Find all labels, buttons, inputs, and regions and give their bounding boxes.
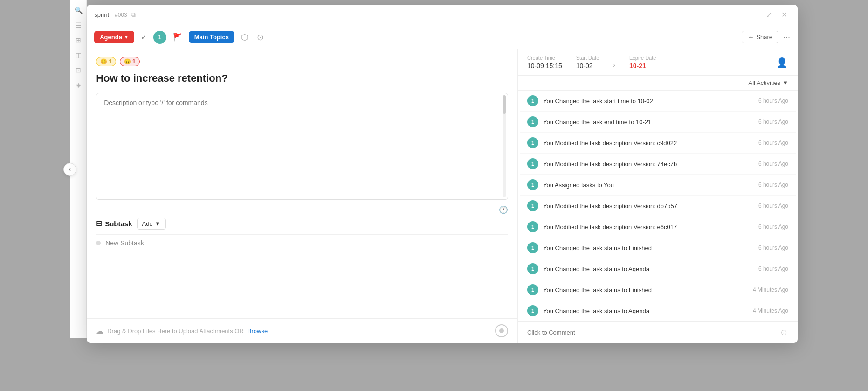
activity-text: You Changed the task status to Agenda (543, 307, 748, 314)
share-label: Share (756, 34, 772, 41)
right-footer: ☺ (518, 321, 798, 343)
main-topics-button[interactable]: Main Topics (189, 31, 234, 43)
activity-item: 1You Modified the task description Versi… (520, 133, 796, 154)
activity-time: 6 hours Ago (758, 161, 788, 167)
activity-text: You Modified the task description Versio… (543, 161, 754, 168)
subtask-dot (96, 241, 101, 245)
activity-text: You Modified the task description Versio… (543, 223, 754, 230)
assign-user-button[interactable]: 👤 (775, 56, 788, 69)
activity-avatar: 1 (527, 221, 538, 232)
activity-time: 6 hours Ago (758, 202, 788, 209)
activity-text: You Changed the task start time to 10-02 (543, 98, 754, 105)
circle-check-icon[interactable]: ⊙ (255, 30, 266, 44)
subtask-label: ⊟ Subtask (96, 219, 132, 228)
activity-avatar: 1 (527, 242, 538, 253)
browse-link[interactable]: Browse (248, 328, 268, 335)
description-scrollbar-thumb (503, 95, 506, 114)
badge-red: 😠 1 (120, 57, 140, 66)
activity-time: 6 hours Ago (758, 244, 788, 251)
start-date-label: Start Date (576, 55, 599, 61)
description-area[interactable] (96, 93, 508, 200)
clock-icon[interactable]: 🕐 (499, 205, 508, 214)
side-nav-item-4[interactable]: ⊡ (72, 63, 85, 77)
record-button[interactable] (495, 324, 508, 337)
main-content: 😊 1 😠 1 How to increase retention? (87, 49, 798, 343)
activity-avatar: 1 (527, 263, 538, 274)
activity-time: 6 hours Ago (758, 265, 788, 272)
expand-button[interactable]: ⤢ (763, 8, 775, 21)
upload-icon: ☁ (96, 327, 103, 335)
description-input[interactable] (104, 99, 500, 192)
badge-row: 😊 1 😠 1 (96, 57, 508, 66)
left-panel: 😊 1 😠 1 How to increase retention? (87, 49, 518, 343)
activity-avatar: 1 (527, 116, 538, 127)
agenda-button[interactable]: Agenda ▼ (94, 31, 134, 43)
side-nav-item-5[interactable]: ◈ (72, 78, 85, 91)
share-arrow-icon: ← (748, 34, 754, 41)
create-time-label: Create Time (527, 55, 562, 61)
description-scrollbar[interactable] (503, 95, 506, 197)
activity-header: All Activities ▼ (518, 76, 798, 91)
subtask-name[interactable]: New Subtask (105, 239, 144, 247)
side-nav-item-2[interactable]: ⊞ (72, 34, 85, 47)
activity-avatar: 1 (527, 179, 538, 190)
toolbar: Agenda ▼ ✓ 1 🚩 Main Topics ⬡ ⊙ ← Share ·… (87, 25, 798, 49)
activity-item: 1You Changed the task end time to 10-216… (520, 112, 796, 133)
badge-yellow-count: 1 (109, 58, 112, 65)
activity-text: You Assigned tasks to You (543, 182, 754, 189)
activity-item: 1You Modified the task description Versi… (520, 196, 796, 216)
more-button[interactable]: ··· (783, 32, 790, 42)
add-subtask-button[interactable]: Add ▼ (137, 218, 166, 230)
activity-item: 1You Changed the task status to Agenda6 … (520, 258, 796, 279)
comment-input[interactable] (527, 329, 775, 336)
start-date-meta: Start Date 10-02 (576, 55, 599, 70)
activity-time: 6 hours Ago (758, 140, 788, 146)
check-icon[interactable]: ✓ (139, 31, 149, 43)
activity-item: 1You Modified the task description Versi… (520, 154, 796, 175)
title-bar: sprint #003 ⧉ ⤢ ✕ (87, 5, 798, 25)
flag-icon[interactable]: 🚩 (171, 31, 184, 43)
side-nav-search[interactable]: 🔍 (72, 4, 85, 17)
side-nav-item-1[interactable]: ☰ (72, 19, 85, 32)
all-activities-label: All Activities (748, 79, 780, 86)
share-button[interactable]: ← Share (742, 31, 778, 43)
back-arrow[interactable]: ‹ (63, 163, 76, 176)
activity-time: 4 Minutes Ago (753, 286, 788, 293)
upload-text: Drag & Drop Files Here to Upload Attachm… (107, 328, 244, 335)
activity-time: 6 hours Ago (758, 98, 788, 104)
left-footer: ☁ Drag & Drop Files Here to Upload Attac… (87, 318, 517, 343)
hexagon-icon[interactable]: ⬡ (239, 30, 250, 44)
badge-yellow: 😊 1 (96, 57, 116, 66)
badge-yellow-icon: 😊 (100, 58, 107, 65)
agenda-chevron: ▼ (124, 35, 129, 40)
activity-time: 6 hours Ago (758, 223, 788, 230)
activity-avatar: 1 (527, 95, 538, 106)
subtask-icon: ⊟ (96, 219, 102, 228)
activity-avatar: 1 (527, 284, 538, 295)
start-date-value: 10-02 (576, 62, 599, 70)
agenda-label: Agenda (100, 34, 122, 41)
activity-text: You Changed the task end time to 10-21 (543, 119, 754, 126)
expire-date-label: Expire Date (629, 55, 656, 61)
copy-icon[interactable]: ⧉ (131, 11, 136, 19)
right-panel: Create Time 10-09 15:15 Start Date 10-02… (518, 49, 798, 343)
clock-icon-row: 🕐 (96, 205, 508, 214)
subtask-item: New Subtask (96, 234, 508, 251)
activity-avatar: 1 (527, 137, 538, 148)
close-button[interactable]: ✕ (778, 8, 790, 21)
badge-red-count: 1 (132, 58, 136, 65)
modal: sprint #003 ⧉ ⤢ ✕ Agenda ▼ ✓ 1 🚩 Main To… (87, 5, 798, 343)
emoji-button[interactable]: ☺ (780, 328, 788, 337)
activity-item: 1You Changed the task status to Finished… (520, 279, 796, 300)
activity-text: You Changed the task status to Finished (543, 286, 748, 293)
activity-text: You Changed the task status to Finished (543, 244, 754, 251)
activity-time: 4 Minutes Ago (753, 307, 788, 314)
activity-item: 1You Changed the task start time to 10-0… (520, 91, 796, 112)
expire-date-value: 10-21 (629, 62, 656, 70)
sprint-id: #003 (115, 12, 127, 18)
activities-chevron: ▼ (782, 79, 788, 86)
activity-list: 1You Changed the task start time to 10-0… (518, 91, 798, 321)
user-avatar[interactable]: 1 (153, 31, 166, 44)
all-activities-button[interactable]: All Activities ▼ (748, 79, 788, 86)
side-nav-item-3[interactable]: ◫ (72, 49, 85, 62)
